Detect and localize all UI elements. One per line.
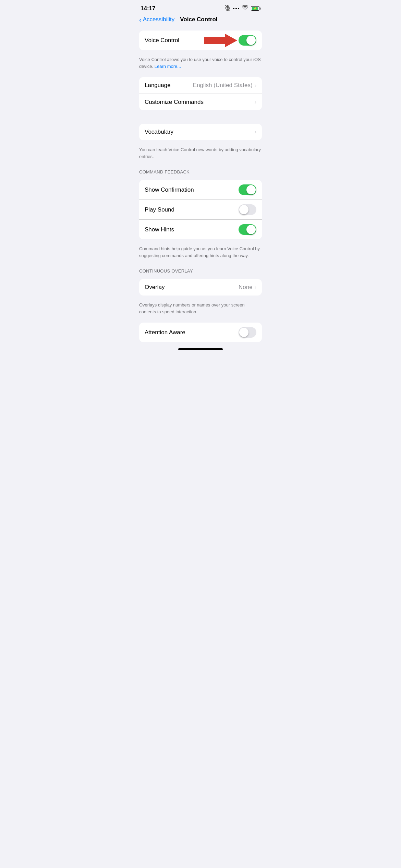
customize-commands-row[interactable]: Customize Commands › — [139, 94, 262, 110]
back-label: Accessibility — [143, 16, 175, 23]
mic-muted-icon — [225, 5, 230, 12]
attention-aware-section: Attention Aware — [139, 323, 262, 342]
home-bar — [178, 348, 223, 350]
voice-control-description: Voice Control allows you to use your voi… — [134, 53, 267, 74]
arrow-annotation — [204, 34, 237, 47]
back-button[interactable]: ‹ Accessibility — [139, 16, 174, 23]
attention-aware-toggle[interactable] — [239, 327, 256, 338]
back-chevron-icon: ‹ — [139, 16, 142, 23]
customize-commands-right: › — [255, 99, 256, 105]
play-sound-label: Play Sound — [145, 206, 174, 213]
vocabulary-chevron-icon: › — [255, 129, 256, 135]
play-sound-row[interactable]: Play Sound — [139, 200, 262, 219]
show-hints-toggle[interactable] — [239, 224, 256, 235]
show-hints-label: Show Hints — [145, 226, 174, 233]
overlay-value: None — [239, 284, 253, 291]
show-confirmation-toggle[interactable] — [239, 184, 256, 195]
overlay-description: Overlays display numbers or names over y… — [134, 299, 267, 319]
vocabulary-right: › — [255, 129, 256, 135]
voice-control-section: Voice Control — [139, 31, 262, 50]
language-label: Language — [145, 82, 171, 89]
voice-control-row[interactable]: Voice Control — [139, 31, 262, 50]
vocabulary-section: Vocabulary › — [139, 124, 262, 140]
overlay-right: None › — [239, 284, 256, 291]
status-bar: 14:17 ⚡ — [134, 0, 267, 15]
vocabulary-row[interactable]: Vocabulary › — [139, 124, 262, 140]
continuous-overlay-section: Overlay None › — [139, 279, 262, 296]
voice-control-toggle[interactable] — [239, 35, 256, 46]
language-right: English (United States) › — [193, 82, 256, 89]
voice-control-label: Voice Control — [145, 37, 179, 44]
attention-aware-label: Attention Aware — [145, 329, 185, 336]
attention-aware-row[interactable]: Attention Aware — [139, 323, 262, 342]
learn-more-link[interactable]: Learn more... — [155, 64, 181, 69]
vocabulary-label: Vocabulary — [145, 129, 173, 135]
show-confirmation-label: Show Confirmation — [145, 186, 194, 193]
language-chevron-icon: › — [255, 82, 256, 88]
continuous-overlay-section-label: CONTINUOUS OVERLAY — [134, 263, 267, 276]
battery-icon: ⚡ — [251, 6, 260, 11]
command-feedback-section-label: COMMAND FEEDBACK — [134, 164, 267, 177]
home-indicator — [134, 346, 267, 355]
play-sound-toggle[interactable] — [239, 204, 256, 215]
command-feedback-section: Show Confirmation Play Sound Show Hints — [139, 180, 262, 239]
language-row[interactable]: Language English (United States) › — [139, 77, 262, 94]
show-confirmation-row[interactable]: Show Confirmation — [139, 180, 262, 200]
nav-header: ‹ Accessibility Voice Control — [134, 15, 267, 27]
overlay-row[interactable]: Overlay None › — [139, 279, 262, 296]
customize-commands-chevron-icon: › — [255, 99, 256, 105]
show-hints-row[interactable]: Show Hints — [139, 219, 262, 239]
overlay-label: Overlay — [145, 284, 165, 291]
command-feedback-description: Command hints help guide you as you lear… — [134, 243, 267, 263]
overlay-chevron-icon: › — [255, 284, 256, 290]
wifi-icon — [242, 5, 248, 12]
vocabulary-description: You can teach Voice Control new words by… — [134, 144, 267, 164]
status-time: 14:17 — [141, 5, 155, 12]
language-value: English (United States) — [193, 82, 253, 89]
dots-icon — [233, 8, 239, 9]
status-icons: ⚡ — [225, 5, 260, 12]
settings-section: Language English (United States) › Custo… — [139, 77, 262, 110]
customize-commands-label: Customize Commands — [145, 99, 204, 106]
red-arrow — [204, 34, 237, 47]
page-title: Voice Control — [180, 16, 217, 23]
